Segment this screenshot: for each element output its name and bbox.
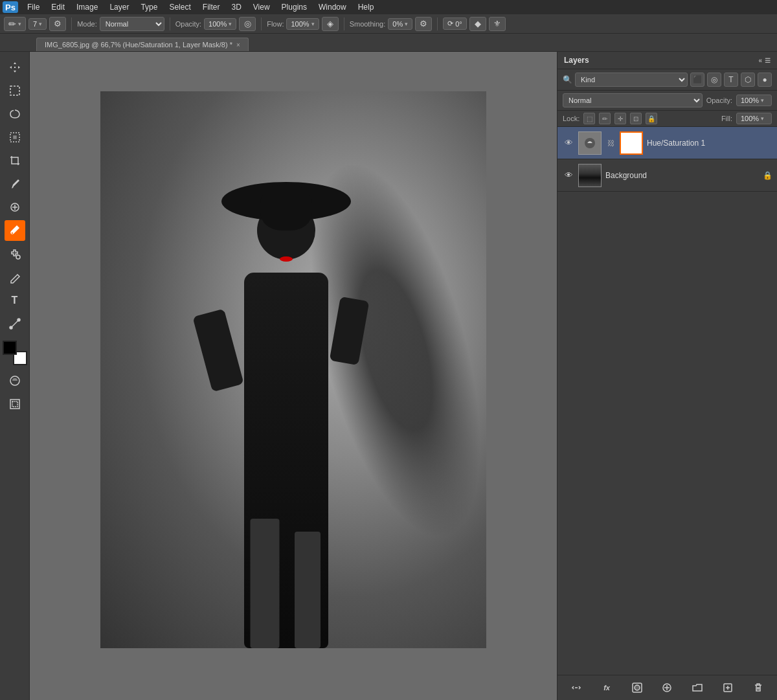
delete-layer-btn[interactable]: [750, 679, 767, 696]
layers-panel: Layers « ☰ 🔍 Kind ⬛ ◎ T ⬡ ● Normal Opaci…: [557, 52, 777, 700]
layer-item-background[interactable]: 👁 Background 🔒: [557, 159, 777, 192]
svg-point-14: [635, 685, 640, 690]
layer-link-footer-btn[interactable]: [568, 679, 585, 696]
svg-rect-0: [14, 67, 16, 68]
screen-mode-tool[interactable]: [5, 394, 25, 414]
menu-window[interactable]: Window: [313, 1, 352, 13]
layer-visibility-bg[interactable]: 👁: [563, 170, 574, 181]
menu-layer[interactable]: Layer: [104, 1, 134, 13]
crop-tool[interactable]: [5, 150, 25, 171]
layer-opacity-input[interactable]: 100% ▾: [736, 95, 772, 106]
layers-header-icons: « ☰: [758, 57, 771, 64]
flow-input[interactable]: 100% ▾: [286, 18, 319, 30]
panel-menu-icon[interactable]: ☰: [765, 57, 771, 64]
layers-blend-bar: Normal Opacity: 100% ▾: [557, 91, 777, 111]
blend-mode-select[interactable]: Normal: [100, 17, 164, 31]
layer-item-hue-saturation[interactable]: 👁 ⛓ Hue/Saturation 1: [557, 127, 777, 159]
svg-rect-10: [10, 400, 19, 409]
main-layout: T: [0, 52, 777, 700]
lock-artboard-btn[interactable]: ⊡: [630, 113, 642, 124]
lasso-tool[interactable]: [5, 104, 25, 124]
menu-plugins[interactable]: Plugins: [276, 1, 312, 13]
menu-type[interactable]: Type: [135, 1, 163, 13]
fill-label: Fill:: [721, 115, 732, 122]
layer-mask-thumb-hue[interactable]: [620, 131, 643, 155]
filter-type-select[interactable]: Kind: [575, 73, 688, 87]
pressure-btn[interactable]: ◆: [469, 17, 486, 31]
object-selection-tool[interactable]: [5, 127, 25, 148]
menu-file[interactable]: File: [22, 1, 45, 13]
document-tab[interactable]: IMG_6805.jpg @ 66,7% (Hue/Saturation 1, …: [36, 38, 249, 51]
tool-options-bar: ✏ ▾ 7 ▾ ⚙ Mode: Normal Opacity: 100% ▾ ◎…: [0, 14, 777, 34]
smoothing-settings[interactable]: ⚙: [415, 17, 432, 31]
path-selection-tool[interactable]: [5, 313, 25, 334]
layer-group-btn[interactable]: [689, 679, 706, 696]
flow-icon[interactable]: ◈: [322, 17, 339, 31]
menu-filter[interactable]: Filter: [197, 1, 225, 13]
angle-input[interactable]: ⟳ 0°: [443, 17, 467, 30]
layer-fx-btn[interactable]: fx: [598, 679, 615, 696]
clone-stamp-tool[interactable]: [5, 243, 25, 264]
brush-settings-btn[interactable]: ⚙: [49, 17, 66, 31]
brush-size-input[interactable]: 7 ▾: [28, 18, 47, 30]
layer-name-bg: Background: [605, 171, 759, 180]
svg-point-6: [16, 255, 20, 259]
smoothing-input[interactable]: 0% ▾: [388, 18, 412, 30]
layer-visibility-hue[interactable]: 👁: [563, 137, 574, 149]
lock-image-btn[interactable]: ✏: [599, 113, 611, 124]
lock-transparent-btn[interactable]: ⬚: [583, 113, 595, 124]
search-icon: 🔍: [563, 75, 572, 84]
collapse-icon[interactable]: «: [758, 57, 762, 64]
layer-blend-mode-select[interactable]: Normal: [563, 93, 703, 107]
marquee-tool[interactable]: [5, 80, 25, 101]
brush-preset-picker[interactable]: ✏ ▾: [4, 17, 26, 31]
filter-adjustment-btn[interactable]: ◎: [707, 73, 721, 87]
canvas-area[interactable]: [30, 52, 557, 700]
photo-canvas: [100, 91, 486, 648]
layers-panel-header: Layers « ☰: [557, 52, 777, 69]
brush-tool[interactable]: [5, 220, 25, 241]
layer-fill-input[interactable]: 100% ▾: [736, 113, 772, 124]
quick-mask-tool[interactable]: [5, 370, 25, 391]
layer-adjustment-btn[interactable]: [659, 679, 675, 696]
move-tool[interactable]: [5, 57, 25, 78]
filter-type-btn[interactable]: T: [724, 73, 738, 87]
menu-3d[interactable]: 3D: [226, 1, 246, 13]
filter-shape-btn[interactable]: ⬡: [741, 73, 755, 87]
tab-close-btn[interactable]: ×: [236, 41, 240, 49]
foreground-color-swatch[interactable]: [3, 341, 17, 355]
type-tool[interactable]: T: [5, 290, 25, 311]
svg-point-8: [17, 319, 20, 321]
layer-mask-btn[interactable]: [629, 679, 646, 696]
airbrush-toggle[interactable]: ◎: [239, 17, 256, 31]
layers-filter-bar: 🔍 Kind ⬛ ◎ T ⬡ ●: [557, 69, 777, 91]
healing-brush-tool[interactable]: [5, 197, 25, 218]
lock-position-btn[interactable]: ✛: [614, 113, 626, 124]
menu-image[interactable]: Image: [71, 1, 103, 13]
menu-help[interactable]: Help: [353, 1, 379, 13]
left-toolbar: T: [0, 52, 30, 700]
menu-select[interactable]: Select: [164, 1, 196, 13]
layer-link-icon[interactable]: ⛓: [605, 138, 616, 148]
filter-smart-btn[interactable]: ●: [758, 73, 772, 87]
layer-thumb-adjustment: [578, 131, 602, 155]
menu-bar: Ps File Edit Image Layer Type Select Fil…: [0, 0, 777, 14]
tab-filename: IMG_6805.jpg @ 66,7% (Hue/Saturation 1, …: [45, 41, 232, 49]
layers-title: Layers: [564, 56, 589, 65]
figure-silhouette: [215, 182, 357, 648]
new-layer-btn[interactable]: [719, 679, 736, 696]
symmetry-btn[interactable]: ⚜: [489, 17, 506, 31]
color-swatches[interactable]: [3, 341, 27, 365]
filter-pixel-btn[interactable]: ⬛: [690, 73, 704, 87]
eraser-tool[interactable]: [5, 267, 25, 288]
menu-edit[interactable]: Edit: [46, 1, 70, 13]
opacity-label: Opacity:: [175, 20, 201, 28]
lock-all-btn[interactable]: 🔒: [646, 113, 657, 124]
eyedropper-tool[interactable]: [5, 174, 25, 194]
menu-view[interactable]: View: [248, 1, 275, 13]
layers-footer: fx: [557, 675, 777, 700]
opacity-input[interactable]: 100% ▾: [204, 18, 236, 30]
canvas-wrapper: [100, 91, 486, 648]
svg-point-7: [10, 326, 12, 329]
layer-name-hue: Hue/Saturation 1: [647, 139, 772, 148]
